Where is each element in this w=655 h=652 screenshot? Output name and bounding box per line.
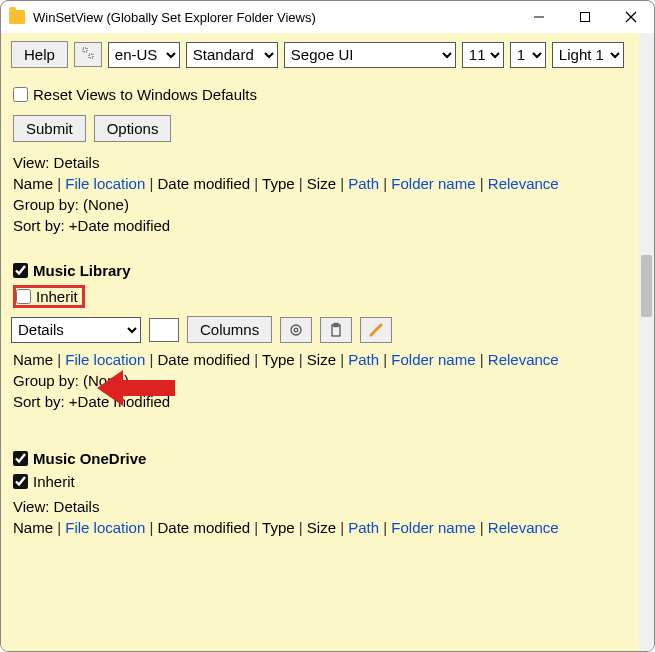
window-buttons: [516, 1, 654, 33]
sort-line: Sort by: +Date modified: [5, 215, 635, 236]
column-link[interactable]: Folder name: [391, 519, 475, 536]
svg-rect-5: [89, 54, 93, 58]
view-line: View: Details: [5, 152, 635, 173]
column-link[interactable]: File location: [65, 175, 145, 192]
reset-row: Reset Views to Windows Defaults: [1, 76, 639, 111]
group-line: Group by: (None): [5, 194, 635, 215]
ml-sort-line: Sort by: +Date modified: [5, 391, 635, 412]
size2-select[interactable]: 1: [510, 42, 546, 68]
titlebar: WinSetView (Globally Set Explorer Folder…: [1, 1, 654, 33]
column-link[interactable]: Relevance: [488, 175, 559, 192]
app-window: WinSetView (Globally Set Explorer Folder…: [0, 0, 655, 652]
music-library-inherit-row: Inherit: [5, 283, 635, 314]
svg-rect-1: [581, 13, 590, 22]
column-link[interactable]: Folder name: [391, 351, 475, 368]
music-library-checkbox[interactable]: [13, 263, 28, 278]
expand-button[interactable]: [74, 42, 102, 67]
folder-icon: [9, 10, 25, 24]
inherit-highlight: Inherit: [13, 285, 85, 308]
view-select[interactable]: Details: [11, 317, 141, 343]
small-box[interactable]: [149, 318, 179, 342]
submit-button[interactable]: Submit: [13, 115, 86, 142]
music-library-inherit-checkbox[interactable]: [16, 289, 31, 304]
svg-point-7: [294, 328, 298, 332]
music-onedrive-inherit-label: Inherit: [33, 473, 75, 490]
language-select[interactable]: en-US: [108, 42, 180, 68]
columns-button[interactable]: Columns: [187, 316, 272, 343]
music-onedrive-checkbox[interactable]: [13, 451, 28, 466]
mod-view-line: View: Details: [5, 496, 635, 517]
column-link[interactable]: Relevance: [488, 351, 559, 368]
options-button[interactable]: Options: [94, 115, 172, 142]
column-link[interactable]: Folder name: [391, 175, 475, 192]
column-link[interactable]: Path: [348, 519, 379, 536]
columns-line-2: Name | File location | Date modified | T…: [5, 349, 635, 370]
music-library-title: Music Library: [33, 262, 131, 279]
ml-group-line: Group by: (None): [5, 370, 635, 391]
fontsize-select[interactable]: 11: [462, 42, 504, 68]
music-library-header: Music Library: [5, 258, 635, 283]
music-onedrive-title: Music OneDrive: [33, 450, 146, 467]
music-library-inherit-label: Inherit: [36, 288, 78, 305]
preset-select[interactable]: Standard: [186, 42, 278, 68]
column-link[interactable]: Path: [348, 175, 379, 192]
font-select[interactable]: Segoe UI: [284, 42, 456, 68]
scrollbar-thumb[interactable]: [641, 255, 652, 317]
top-toolbar: Help en-US Standard Segoe UI 11 1 Light …: [1, 33, 639, 76]
vertical-scrollbar[interactable]: [639, 33, 654, 651]
music-onedrive-inherit-row: Inherit: [5, 471, 635, 496]
window-title: WinSetView (Globally Set Explorer Folder…: [33, 10, 316, 25]
column-link[interactable]: File location: [65, 519, 145, 536]
maximize-button[interactable]: [562, 1, 608, 33]
close-button[interactable]: [608, 1, 654, 33]
action-row: Submit Options: [1, 111, 639, 152]
reset-checkbox[interactable]: [13, 87, 28, 102]
reset-label: Reset Views to Windows Defaults: [33, 86, 257, 103]
columns-line-3: Name | File location | Date modified | T…: [5, 517, 635, 538]
help-button[interactable]: Help: [11, 41, 68, 68]
music-library-controls: Details Columns: [5, 314, 635, 349]
gear-icon[interactable]: [280, 317, 312, 343]
music-onedrive-header: Music OneDrive: [5, 446, 635, 471]
minimize-button[interactable]: [516, 1, 562, 33]
svg-rect-4: [83, 48, 87, 52]
music-onedrive-inherit-checkbox[interactable]: [13, 474, 28, 489]
column-link[interactable]: Path: [348, 351, 379, 368]
column-link[interactable]: File location: [65, 351, 145, 368]
svg-line-10: [371, 325, 381, 335]
client-area: Help en-US Standard Segoe UI 11 1 Light …: [1, 33, 654, 651]
pencil-icon[interactable]: [360, 317, 392, 343]
column-link[interactable]: Relevance: [488, 519, 559, 536]
columns-line-1: Name | File location | Date modified | T…: [5, 173, 635, 194]
weight-select[interactable]: Light 1: [552, 42, 624, 68]
content-area: Help en-US Standard Segoe UI 11 1 Light …: [1, 33, 639, 651]
clipboard-icon[interactable]: [320, 317, 352, 343]
svg-point-6: [291, 325, 301, 335]
sections: View: Details Name | File location | Dat…: [1, 152, 639, 538]
